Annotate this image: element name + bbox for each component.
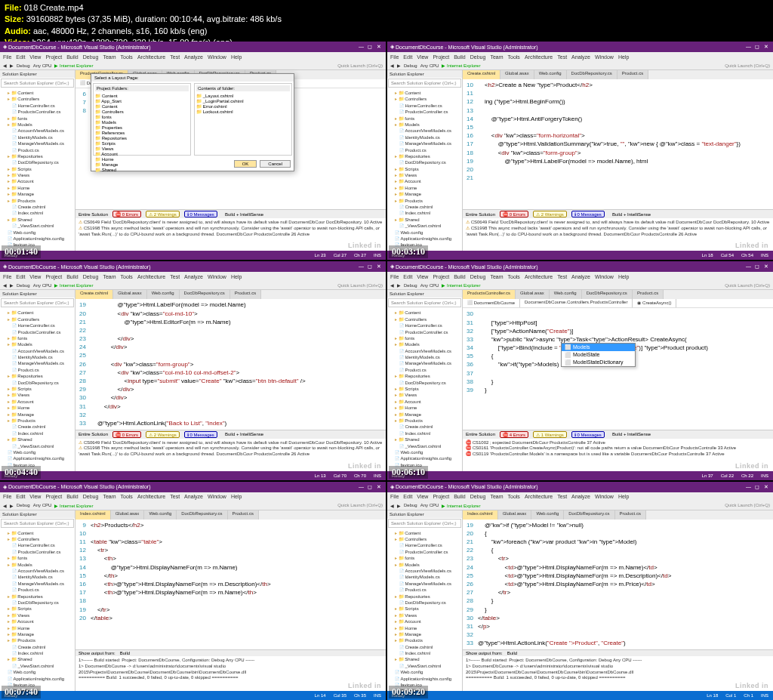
- tree-item[interactable]: Shared: [389, 436, 460, 443]
- tree-item[interactable]: Models: [389, 341, 460, 347]
- folder-item[interactable]: References: [95, 130, 189, 135]
- tree-item[interactable]: ProductsController.cs: [2, 329, 73, 335]
- folder-item[interactable]: Manage: [95, 162, 189, 167]
- toolbar[interactable]: ◀▶ DebugAny CPU ▶ Internet Explorer Quic…: [387, 281, 773, 290]
- tree-item[interactable]: DocDbRepository.cs: [389, 600, 460, 606]
- run-button[interactable]: ▶ Internet Explorer: [442, 503, 480, 508]
- message-badge[interactable]: ℹ 0 Messages: [571, 431, 605, 438]
- tree-item[interactable]: Account: [2, 399, 73, 405]
- menu-view[interactable]: View: [29, 494, 41, 499]
- menu-project[interactable]: Project: [45, 274, 62, 279]
- menu-help[interactable]: Help: [618, 494, 629, 499]
- tree-item[interactable]: Manage: [389, 631, 460, 637]
- folder-item[interactable]: Properties: [95, 125, 189, 130]
- tree-item[interactable]: Web.config: [389, 449, 460, 455]
- tree-item[interactable]: Products: [389, 637, 460, 643]
- menu-architecture[interactable]: Architecture: [137, 274, 165, 279]
- nav-back-icon[interactable]: ◀: [3, 282, 7, 288]
- menu-architecture[interactable]: Architecture: [525, 274, 553, 279]
- tree-item[interactable]: Shared: [2, 436, 73, 443]
- tree-item[interactable]: Product.cs: [389, 367, 460, 373]
- tree-item[interactable]: Views: [2, 612, 73, 618]
- menu-analyze[interactable]: Analyze: [184, 494, 203, 499]
- tab[interactable]: DocDbRepository.cs: [564, 510, 614, 520]
- tree-item[interactable]: DocDbRepository.cs: [389, 159, 460, 165]
- tree-item[interactable]: Product.cs: [389, 147, 460, 153]
- active-tab[interactable]: Create.cshtml: [463, 70, 500, 79]
- menu-edit[interactable]: Edit: [16, 494, 25, 499]
- menu-architecture[interactable]: Architecture: [137, 494, 165, 499]
- tree-item[interactable]: HomeController.cs: [389, 103, 460, 109]
- tree-item[interactable]: ApplicationInsights.config: [389, 455, 460, 461]
- tree-item[interactable]: Scripts: [2, 386, 73, 392]
- tree-item[interactable]: Content: [2, 530, 73, 536]
- close-icon[interactable]: ✕: [377, 484, 383, 490]
- tree-item[interactable]: ManageViewModels.cs: [2, 360, 73, 366]
- tree-item[interactable]: Web.config: [2, 669, 73, 675]
- tree-item[interactable]: Create.cshtml: [2, 424, 73, 430]
- menu-project[interactable]: Project: [433, 54, 449, 60]
- tree-item[interactable]: Controllers: [2, 316, 73, 322]
- tree-item[interactable]: _ViewStart.cshtml: [2, 663, 73, 669]
- tree-item[interactable]: Home: [389, 625, 460, 631]
- tree-item[interactable]: fonts: [2, 335, 73, 341]
- menu-project[interactable]: Project: [433, 274, 449, 279]
- file-item[interactable]: _Layout.cshtml: [196, 93, 290, 98]
- menu-window[interactable]: Window: [595, 274, 614, 279]
- menu-help[interactable]: Help: [618, 54, 629, 60]
- minimize-icon[interactable]: —: [359, 484, 365, 490]
- tree-item[interactable]: HomeController.cs: [389, 542, 460, 548]
- tree-item[interactable]: IdentityModels.cs: [389, 134, 460, 140]
- tab[interactable]: DocDbRepository.cs: [177, 510, 227, 520]
- toolbar[interactable]: ◀▶ DebugAny CPU ▶ Internet Explorer Quic…: [387, 61, 773, 70]
- code-editor[interactable]: 30313233343536373839 ["type">HttpPost] […: [463, 308, 773, 429]
- menu-analyze[interactable]: Analyze: [571, 494, 590, 499]
- menu-window[interactable]: Window: [208, 54, 226, 60]
- tree-item[interactable]: Shared: [389, 656, 460, 662]
- tree-item[interactable]: Manage: [2, 631, 73, 637]
- tree-item[interactable]: HomeController.cs: [389, 322, 460, 328]
- folder-item[interactable]: Content: [95, 93, 189, 98]
- solution-explorer[interactable]: Solution Explorer Search Solution Explor…: [387, 290, 463, 470]
- tree-item[interactable]: Web.config: [2, 230, 73, 236]
- tree-item[interactable]: Views: [389, 392, 460, 398]
- editor-tabs[interactable]: ProductsController.cs Global.asax Web.co…: [463, 290, 773, 299]
- run-button[interactable]: ▶ Internet Explorer: [442, 63, 480, 68]
- tree-item[interactable]: Products: [2, 198, 73, 204]
- tree-item[interactable]: _ViewStart.cshtml: [2, 223, 73, 229]
- tab[interactable]: Web.config: [550, 290, 582, 299]
- tree-item[interactable]: Create.cshtml: [389, 204, 460, 210]
- menu-view[interactable]: View: [417, 54, 428, 60]
- menu-team[interactable]: Team: [490, 494, 503, 499]
- nav-fwd-icon[interactable]: ▶: [397, 63, 401, 68]
- menu-view[interactable]: View: [417, 274, 428, 279]
- editor-tabs[interactable]: Index.cshtml Global.asax Web.config DocD…: [75, 510, 386, 520]
- tree-item[interactable]: Views: [389, 612, 460, 618]
- tab[interactable]: Product.cs: [633, 290, 664, 299]
- menu-build[interactable]: Build: [454, 54, 466, 60]
- menu-team[interactable]: Team: [103, 54, 115, 60]
- maximize-icon[interactable]: ◻: [368, 44, 374, 50]
- tree-item[interactable]: IdentityModels.cs: [389, 574, 460, 580]
- menu-help[interactable]: Help: [618, 274, 629, 279]
- tree-item[interactable]: ProductsController.cs: [389, 109, 460, 115]
- menu-file[interactable]: File: [3, 274, 11, 279]
- error-badge[interactable]: ⛔ 0 Errors: [500, 211, 528, 217]
- menu-debug[interactable]: Debug: [83, 494, 99, 499]
- tree-item[interactable]: IdentityModels.cs: [2, 354, 73, 360]
- run-button[interactable]: ▶ Internet Explorer: [54, 282, 93, 288]
- close-icon[interactable]: ✕: [764, 44, 770, 50]
- menu-edit[interactable]: Edit: [16, 274, 25, 279]
- tree-item[interactable]: Home: [2, 185, 73, 191]
- minimize-icon[interactable]: —: [359, 264, 365, 270]
- tree-item[interactable]: IdentityModels.cs: [2, 134, 73, 140]
- tree-item[interactable]: Views: [2, 172, 73, 178]
- tree-item[interactable]: Controllers: [389, 96, 460, 102]
- tree-item[interactable]: Create.cshtml: [2, 204, 73, 210]
- warning-badge[interactable]: ⚠ 2 Warnings: [146, 431, 180, 438]
- menu-edit[interactable]: Edit: [403, 54, 412, 60]
- nav-fwd-icon[interactable]: ▶: [397, 503, 401, 508]
- folder-item[interactable]: Account: [95, 151, 189, 156]
- tree-item[interactable]: DocDbRepository.cs: [2, 380, 73, 386]
- tree-item[interactable]: DocDbRepository.cs: [2, 600, 73, 606]
